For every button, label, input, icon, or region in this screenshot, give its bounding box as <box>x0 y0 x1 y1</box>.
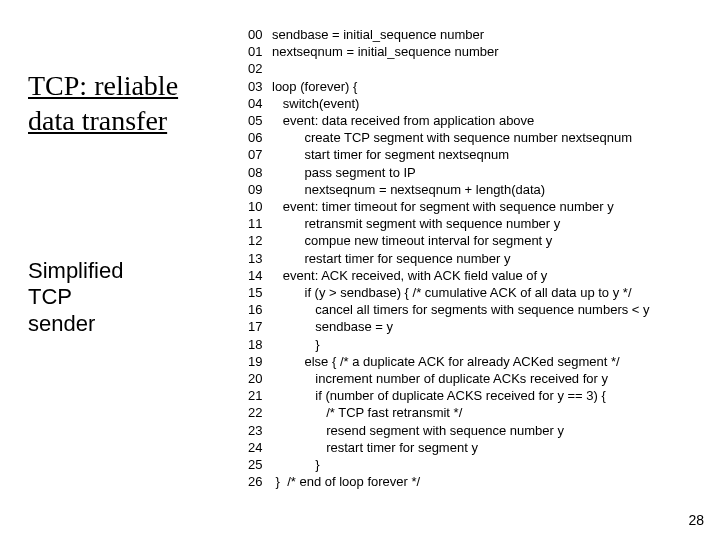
line-text: start timer for segment nextseqnum <box>272 146 509 163</box>
line-number: 08 <box>248 164 272 181</box>
line-text: increment number of duplicate ACKs recei… <box>272 370 608 387</box>
code-line: 08 pass segment to IP <box>248 164 650 181</box>
code-line: 14 event: ACK received, with ACK field v… <box>248 267 650 284</box>
code-line: 18 } <box>248 336 650 353</box>
line-number: 00 <box>248 26 272 43</box>
line-number: 02 <box>248 60 272 77</box>
line-text: restart timer for segment y <box>272 439 478 456</box>
line-number: 01 <box>248 43 272 60</box>
line-text: event: ACK received, with ACK field valu… <box>272 267 547 284</box>
slide-subtitle: Simplified TCP sender <box>28 258 238 337</box>
code-line: 23 resend segment with sequence number y <box>248 422 650 439</box>
line-number: 17 <box>248 318 272 335</box>
line-number: 21 <box>248 387 272 404</box>
line-text: else { /* a duplicate ACK for already AC… <box>272 353 620 370</box>
line-text: } <box>272 456 320 473</box>
line-number: 23 <box>248 422 272 439</box>
line-text: cancel all timers for segments with sequ… <box>272 301 650 318</box>
line-number: 05 <box>248 112 272 129</box>
subtitle-line-1: Simplified <box>28 258 123 283</box>
subtitle-line-3: sender <box>28 311 95 336</box>
line-number: 16 <box>248 301 272 318</box>
line-number: 03 <box>248 78 272 95</box>
code-line: 10 event: timer timeout for segment with… <box>248 198 650 215</box>
line-text: restart timer for sequence number y <box>272 250 510 267</box>
code-line: 11 retransmit segment with sequence numb… <box>248 215 650 232</box>
code-line: 21 if (number of duplicate ACKS received… <box>248 387 650 404</box>
code-line: 00sendbase = initial_sequence number <box>248 26 650 43</box>
line-text: resend segment with sequence number y <box>272 422 564 439</box>
slide-title: TCP: reliable data transfer <box>28 68 238 138</box>
line-text: compue new timeout interval for segment … <box>272 232 552 249</box>
line-text: } /* end of loop forever */ <box>272 473 420 490</box>
line-number: 25 <box>248 456 272 473</box>
title-line-1: TCP: reliable <box>28 70 178 101</box>
code-line: 22 /* TCP fast retransmit */ <box>248 404 650 421</box>
line-number: 13 <box>248 250 272 267</box>
line-text: create TCP segment with sequence number … <box>272 129 632 146</box>
code-line: 04 switch(event) <box>248 95 650 112</box>
line-number: 09 <box>248 181 272 198</box>
pseudocode-block: 00sendbase = initial_sequence number01ne… <box>248 26 650 490</box>
code-line: 07 start timer for segment nextseqnum <box>248 146 650 163</box>
line-number: 24 <box>248 439 272 456</box>
title-line-2: data transfer <box>28 105 167 136</box>
line-number: 22 <box>248 404 272 421</box>
line-number: 12 <box>248 232 272 249</box>
code-line: 25 } <box>248 456 650 473</box>
code-line: 17 sendbase = y <box>248 318 650 335</box>
code-line: 19 else { /* a duplicate ACK for already… <box>248 353 650 370</box>
subtitle-line-2: TCP <box>28 284 72 309</box>
line-number: 19 <box>248 353 272 370</box>
code-line: 05 event: data received from application… <box>248 112 650 129</box>
code-line: 12 compue new timeout interval for segme… <box>248 232 650 249</box>
code-line: 03loop (forever) { <box>248 78 650 95</box>
line-text: sendbase = y <box>272 318 393 335</box>
line-text: retransmit segment with sequence number … <box>272 215 560 232</box>
line-text: switch(event) <box>272 95 359 112</box>
code-line: 02 <box>248 60 650 77</box>
line-text: if (y > sendbase) { /* cumulative ACK of… <box>272 284 632 301</box>
left-column: TCP: reliable data transfer Simplified T… <box>28 68 238 337</box>
line-text: event: data received from application ab… <box>272 112 534 129</box>
code-line: 13 restart timer for sequence number y <box>248 250 650 267</box>
line-text: sendbase = initial_sequence number <box>272 26 484 43</box>
code-line: 15 if (y > sendbase) { /* cumulative ACK… <box>248 284 650 301</box>
line-text: } <box>272 336 320 353</box>
line-number: 06 <box>248 129 272 146</box>
line-number: 14 <box>248 267 272 284</box>
line-number: 04 <box>248 95 272 112</box>
line-number: 20 <box>248 370 272 387</box>
line-number: 10 <box>248 198 272 215</box>
line-text: nextseqnum = nextseqnum + length(data) <box>272 181 545 198</box>
page-number: 28 <box>688 512 704 528</box>
code-line: 16 cancel all timers for segments with s… <box>248 301 650 318</box>
code-line: 06 create TCP segment with sequence numb… <box>248 129 650 146</box>
line-text: /* TCP fast retransmit */ <box>272 404 462 421</box>
line-number: 18 <box>248 336 272 353</box>
line-text: loop (forever) { <box>272 78 357 95</box>
line-text: nextseqnum = initial_sequence number <box>272 43 499 60</box>
line-text: event: timer timeout for segment with se… <box>272 198 614 215</box>
code-line: 20 increment number of duplicate ACKs re… <box>248 370 650 387</box>
code-line: 09 nextseqnum = nextseqnum + length(data… <box>248 181 650 198</box>
line-number: 26 <box>248 473 272 490</box>
code-line: 24 restart timer for segment y <box>248 439 650 456</box>
line-text: pass segment to IP <box>272 164 416 181</box>
line-number: 07 <box>248 146 272 163</box>
line-number: 11 <box>248 215 272 232</box>
code-line: 01nextseqnum = initial_sequence number <box>248 43 650 60</box>
line-number: 15 <box>248 284 272 301</box>
code-line: 26 } /* end of loop forever */ <box>248 473 650 490</box>
line-text: if (number of duplicate ACKS received fo… <box>272 387 606 404</box>
